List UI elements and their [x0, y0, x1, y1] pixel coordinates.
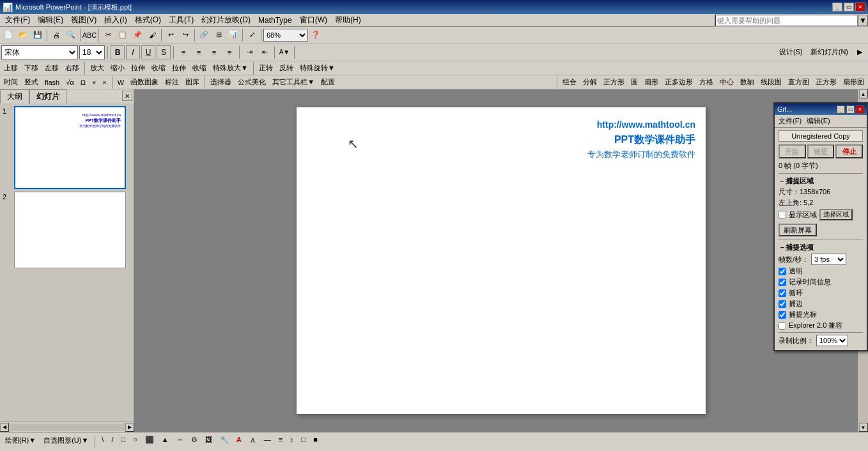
gif-assist-button[interactable]: 辅提	[807, 144, 835, 158]
config-item[interactable]: 配置	[318, 77, 337, 88]
arrow-tool-button[interactable]: /	[109, 435, 116, 449]
zoom-select[interactable]: 68% 50% 75% 100%	[263, 29, 308, 42]
gif-menu-file[interactable]: 文件(F)	[776, 116, 804, 126]
gear-tool-button[interactable]: ⚙	[189, 435, 200, 449]
align-right-button[interactable]: ≡	[207, 45, 221, 59]
search-input[interactable]	[715, 15, 858, 26]
rotate-back-item[interactable]: 反转	[277, 63, 296, 73]
gif-cursor-checkbox[interactable]	[779, 311, 786, 319]
times2-item[interactable]: ×	[100, 78, 109, 87]
segment-chart-item[interactable]: 线段图	[758, 77, 784, 88]
gif-explorer-checkbox[interactable]	[779, 322, 786, 330]
preview-button[interactable]: 🔍	[64, 28, 78, 42]
gif-loop-checkbox[interactable]	[779, 289, 786, 297]
justify-button[interactable]: ≡	[222, 45, 236, 59]
arrow-style-button[interactable]: ↕	[288, 435, 297, 449]
move-up-item[interactable]: 上移	[1, 63, 20, 73]
gif-restore-button[interactable]: ▭	[846, 105, 855, 114]
menu-edit[interactable]: 编辑(E)	[34, 13, 67, 27]
wrench-tool-button[interactable]: 🔧	[217, 435, 231, 449]
gif-capture-checkbox[interactable]	[779, 300, 786, 308]
scroll-left-button[interactable]: ◀	[0, 423, 9, 432]
align-center-button[interactable]: ≡	[192, 45, 206, 59]
redo-button[interactable]: ↪	[178, 28, 192, 42]
stretch-item[interactable]: 拉伸	[128, 63, 148, 73]
menu-slideshow[interactable]: 幻灯片放映(D)	[198, 13, 254, 27]
other-tools-item[interactable]: 其它工具栏▼	[270, 77, 317, 88]
decompose-item[interactable]: 分解	[580, 77, 600, 88]
chart-button[interactable]: 📊	[226, 28, 240, 42]
fill-solid-button[interactable]: ■	[311, 435, 320, 449]
font-color-button[interactable]: A▼	[277, 45, 291, 59]
move-right-item[interactable]: 右移	[63, 63, 82, 73]
rotate-forward-item[interactable]: 正转	[256, 63, 275, 73]
cut-button[interactable]: ✂	[101, 28, 115, 42]
line-style-button[interactable]: —	[261, 435, 274, 449]
selector-item[interactable]: 选择器	[208, 77, 234, 88]
shadow-button[interactable]: S	[157, 45, 171, 59]
special-rotate-item[interactable]: 特殊旋转▼	[297, 63, 337, 73]
text-style-button[interactable]: Ａ	[247, 435, 259, 449]
auto-shapes-button[interactable]: 自选图形(U)▼	[41, 435, 91, 449]
library-item[interactable]: 图库	[183, 77, 202, 88]
shrink-item[interactable]: 缩小	[108, 63, 127, 73]
word-item[interactable]: W	[115, 78, 127, 87]
gif-transparent-checkbox[interactable]	[779, 268, 786, 275]
enlarge-item[interactable]: 放大	[88, 63, 107, 73]
open-button[interactable]: 📂	[16, 28, 30, 42]
align-left-button[interactable]: ≡	[176, 45, 190, 59]
gif-show-area-checkbox[interactable]	[779, 211, 786, 218]
gif-close-button[interactable]: ✕	[856, 105, 864, 114]
number-line-item[interactable]: 数轴	[738, 77, 757, 88]
spell-check-button[interactable]: ABC	[82, 28, 97, 42]
paste-button[interactable]: 📌	[130, 28, 144, 42]
copy-button[interactable]: 📋	[116, 28, 130, 42]
hyperlink-button[interactable]: 🔗	[197, 28, 211, 42]
gif-refresh-button[interactable]: 刷新屏幕	[779, 224, 817, 236]
italic-button[interactable]: I	[126, 45, 140, 59]
line-style2-button[interactable]: ≡	[276, 435, 285, 449]
circle-item[interactable]: 圆	[628, 77, 640, 88]
close-panel-button[interactable]: ✕	[122, 91, 132, 101]
gif-select-area-button[interactable]: 选择区域	[819, 209, 853, 220]
bold-button[interactable]: B	[111, 45, 125, 59]
help-button[interactable]: ❓	[309, 28, 323, 42]
function-graph-item[interactable]: 函数图象	[128, 77, 161, 88]
compress-item[interactable]: 收缩	[149, 63, 168, 73]
search-dropdown-button[interactable]: ▼	[858, 15, 868, 26]
menu-mathtype[interactable]: MathType	[254, 15, 296, 26]
font-size-select[interactable]: 18	[79, 45, 105, 59]
flash-item[interactable]: flash	[42, 78, 62, 87]
gif-record-time-checkbox[interactable]	[779, 279, 786, 286]
increase-indent-button[interactable]: ⇥	[242, 45, 256, 59]
move-left-item[interactable]: 左移	[42, 63, 61, 73]
histogram-item[interactable]: 直方图	[786, 77, 812, 88]
format-painter-button[interactable]: 🖌	[145, 28, 159, 42]
polygon-item[interactable]: 正多边形	[662, 77, 695, 88]
square2-item[interactable]: 正方形	[813, 77, 839, 88]
menu-file[interactable]: 文件(F)	[1, 13, 34, 27]
text-a-button[interactable]: A	[234, 435, 244, 449]
undo-button[interactable]: ↩	[164, 28, 178, 42]
combine-item[interactable]: 组合	[560, 77, 579, 88]
scroll-down-button[interactable]: ▼	[859, 423, 868, 432]
menu-tools[interactable]: 工具(T)	[165, 13, 198, 27]
rect-tool-button[interactable]: □	[118, 435, 128, 449]
image-tool-button[interactable]: 🖼	[203, 435, 215, 449]
filled-tri-button[interactable]: ▲	[159, 435, 171, 449]
expand-button[interactable]: ⤢	[245, 28, 259, 42]
close-button[interactable]: ✕	[855, 3, 865, 11]
scroll-right-button[interactable]: ▶	[125, 423, 134, 432]
restore-button[interactable]: ▭	[844, 3, 854, 11]
filled-rect-button[interactable]: ⬛	[143, 435, 157, 449]
table-button[interactable]: ⊞	[212, 28, 226, 42]
gif-start-button[interactable]: 开始	[779, 144, 806, 158]
slide-thumb-1[interactable]: http://www.mathtool.cn PPT数学课件助手 专为数学老师订…	[14, 106, 126, 189]
times-item[interactable]: ×	[89, 78, 98, 87]
pie-chart-item[interactable]: 扇形图	[841, 77, 867, 88]
outline-tab[interactable]: 大纲	[0, 89, 29, 103]
time-item[interactable]: 时间	[1, 77, 20, 88]
sector-item[interactable]: 扇形	[642, 77, 661, 88]
move-down-item[interactable]: 下移	[22, 63, 41, 73]
design-button[interactable]: 设计(S)	[776, 45, 806, 59]
